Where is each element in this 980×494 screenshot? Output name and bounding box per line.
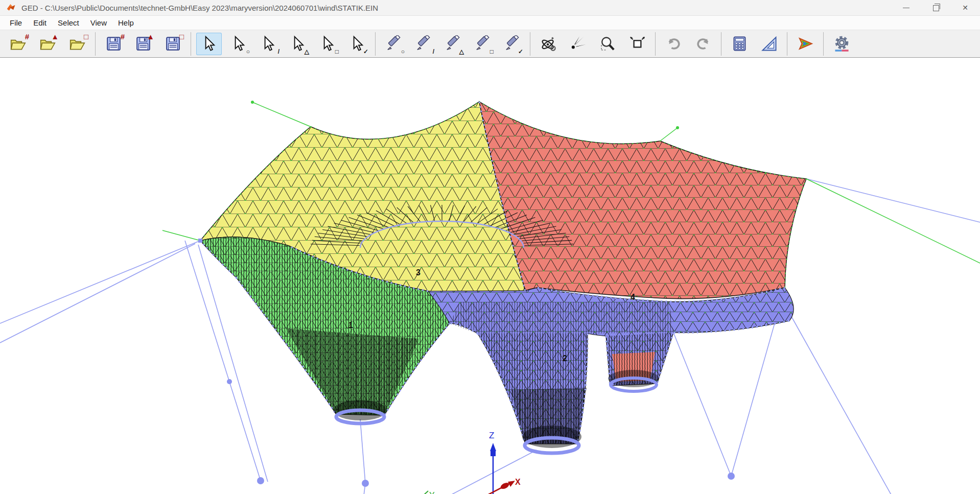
rays-view-button[interactable] [565, 33, 591, 55]
menu-view[interactable]: View [85, 17, 112, 29]
orbit-view-button[interactable] [535, 33, 561, 55]
panel-label-2: 2 [563, 354, 567, 363]
settings-button[interactable] [829, 33, 854, 55]
draw-triangles-tool-button[interactable]: △ [440, 33, 465, 55]
undo-icon [665, 35, 682, 52]
menu-select[interactable]: Select [52, 17, 85, 29]
toolbar-separator [655, 32, 656, 56]
select-points-tool-button[interactable]: ○ [226, 33, 251, 55]
toolbar-separator [530, 32, 530, 56]
window-title: GED - C:\Users\Public\Documents\technet-… [21, 4, 378, 12]
magnifier-icon [599, 35, 616, 52]
restore-icon [933, 5, 939, 11]
close-icon: ✕ [962, 4, 968, 11]
toolbar-separator [191, 32, 191, 56]
floppy-icon [165, 35, 181, 52]
window-controls: ✕ [891, 0, 980, 15]
close-button[interactable]: ✕ [950, 0, 980, 15]
set-square-icon [761, 35, 778, 52]
title-bar: GED - C:\Users\Public\Documents\technet-… [0, 0, 980, 16]
tool-badge: / [433, 49, 434, 55]
toolbar-separator [721, 32, 721, 56]
open-triangle-file-button[interactable]: ▲ [35, 33, 60, 55]
select-check-tool-button[interactable]: ✓ [344, 33, 370, 55]
fit-icon [629, 35, 646, 52]
cursor-icon [349, 35, 366, 52]
redo-icon [695, 35, 712, 52]
floppy-icon [105, 35, 122, 52]
cursor-icon [230, 35, 247, 52]
toolbar-separator [95, 32, 96, 56]
folder-icon [69, 35, 86, 52]
calculator-icon [731, 35, 748, 52]
restore-button[interactable] [921, 0, 950, 15]
pencil-icon [504, 35, 521, 52]
menu-bar: File Edit Select View Help [0, 16, 980, 30]
save-mesh-file-button[interactable]: # [101, 33, 126, 55]
cursor-icon [319, 35, 336, 52]
undo-button[interactable] [661, 33, 686, 55]
open-mesh-file-button[interactable]: # [5, 33, 31, 55]
pencil-icon [385, 35, 402, 52]
draw-lines-tool-button[interactable]: / [410, 33, 436, 55]
pencil-icon [445, 35, 461, 52]
select-tool-button[interactable] [196, 33, 222, 55]
cursor-icon [260, 35, 277, 52]
tool-badge: / [278, 49, 279, 55]
pencil-icon [474, 35, 491, 52]
set-square-button[interactable] [756, 33, 782, 55]
cursor-icon [201, 35, 218, 52]
mast-node [251, 101, 254, 104]
folder-icon [39, 35, 56, 52]
toolbar-separator [375, 32, 376, 56]
select-squares-tool-button[interactable]: □ [315, 33, 340, 55]
mast-node [676, 126, 679, 129]
minimize-button[interactable] [891, 0, 921, 15]
select-lines-tool-button[interactable]: / [255, 33, 281, 55]
model-scene: 1 2 3 4 Z X Y [0, 58, 980, 494]
run-button[interactable] [792, 33, 818, 55]
draw-squares-tool-button[interactable]: □ [470, 33, 495, 55]
save-triangle-file-button[interactable]: ▲ [130, 33, 156, 55]
run-icon [797, 35, 814, 52]
gear-icon [833, 35, 850, 52]
toolbar-separator [823, 32, 824, 56]
minimize-icon [903, 8, 909, 8]
menu-file[interactable]: File [4, 17, 28, 29]
panel-label-4: 4 [631, 293, 635, 301]
folder-icon [10, 35, 27, 52]
panel-label-1: 1 [348, 321, 353, 330]
panel-label-3: 3 [416, 268, 421, 277]
zoom-tool-button[interactable] [595, 33, 620, 55]
axis-label-y: Y [429, 491, 435, 494]
redo-button[interactable] [690, 33, 716, 55]
pencil-icon [415, 35, 432, 52]
ged-app-icon [6, 3, 16, 13]
floppy-icon [135, 35, 152, 52]
toolbar-separator [787, 32, 787, 56]
menu-edit[interactable]: Edit [28, 17, 52, 29]
fit-view-button[interactable] [624, 33, 650, 55]
rays-icon [570, 35, 587, 52]
menu-help[interactable]: Help [112, 17, 139, 29]
cursor-icon [290, 35, 307, 52]
main-toolbar: #▲□#▲□○/△□✓○/△□✓ [0, 30, 980, 58]
axis-label-z: Z [489, 431, 494, 440]
open-square-file-button[interactable]: □ [64, 33, 90, 55]
orbit-icon [540, 35, 557, 52]
draw-check-tool-button[interactable]: ✓ [499, 33, 525, 55]
model-viewport[interactable]: 1 2 3 4 Z X Y [0, 58, 980, 494]
calculator-button[interactable] [727, 33, 752, 55]
axis-label-x: X [515, 478, 521, 486]
select-triangles-tool-button[interactable]: △ [285, 33, 311, 55]
save-square-file-button[interactable]: □ [160, 33, 185, 55]
draw-points-tool-button[interactable]: ○ [381, 33, 406, 55]
